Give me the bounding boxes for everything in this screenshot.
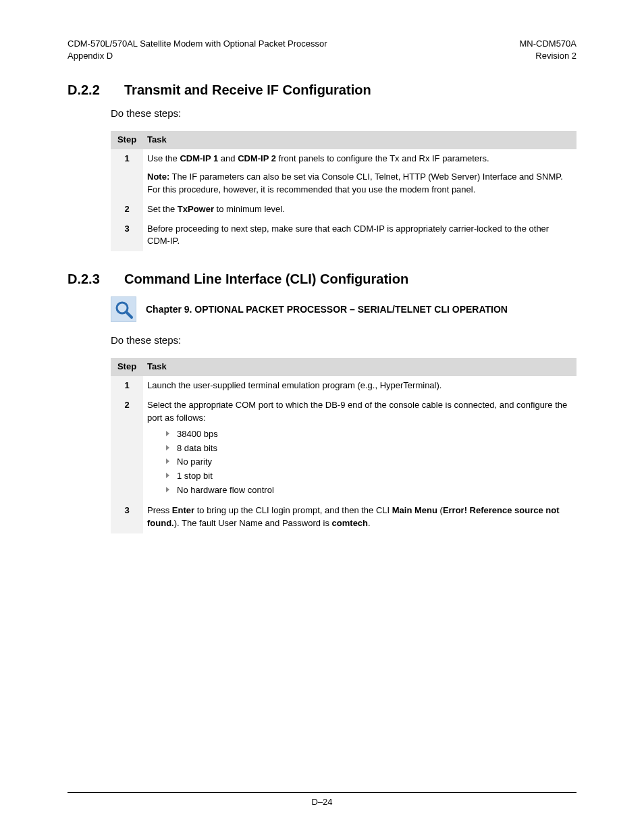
- bold: Main Menu: [392, 505, 437, 515]
- list-item: 1 stop bit: [166, 469, 572, 484]
- bold: CDM-IP 2: [238, 153, 276, 163]
- section-heading-d23: D.2.3 Command Line Interface (CLI) Confi…: [68, 271, 576, 287]
- header-doc-id: MN-CDM570A: [519, 38, 576, 50]
- section1-steps-table: Step Task 1 Use the CDM-IP 1 and CDM-IP …: [111, 131, 576, 251]
- task-cell: Select the appropriate COM port to which…: [143, 396, 576, 501]
- text: Press: [147, 505, 172, 515]
- text: front panels to configure the Tx and Rx …: [276, 153, 489, 163]
- bold: comtech: [332, 518, 368, 528]
- section2-intro: Do these steps:: [111, 334, 576, 346]
- note-text: The IF parameters can also be set via Co…: [147, 172, 563, 194]
- step-num: 3: [111, 219, 143, 252]
- page-footer: D–24: [68, 792, 576, 807]
- header-right: MN-CDM570A Revision 2: [519, 38, 576, 62]
- text: Use the: [147, 153, 180, 163]
- port-settings-list: 38400 bps 8 data bits No parity 1 stop b…: [166, 427, 572, 498]
- callout-text: Chapter 9. OPTIONAL PACKET PROCESSOR – S…: [146, 304, 508, 315]
- col-task: Task: [143, 358, 576, 376]
- text: .: [368, 518, 371, 528]
- step-num: 1: [111, 149, 143, 200]
- table-row: 2 Select the appropriate COM port to whi…: [111, 396, 576, 501]
- task-cell: Launch the user-supplied terminal emulat…: [143, 376, 576, 396]
- task-cell: Press Enter to bring up the CLI login pr…: [143, 501, 576, 533]
- page-header: CDM-570L/570AL Satellite Modem with Opti…: [68, 38, 576, 62]
- step-num: 2: [111, 200, 143, 219]
- col-step: Step: [111, 131, 143, 149]
- bold: TxPower: [178, 204, 214, 214]
- table-row: 2 Set the TxPower to minimum level.: [111, 200, 576, 219]
- page-number: D–24: [311, 797, 332, 807]
- text: and: [218, 153, 238, 163]
- list-item: 38400 bps: [166, 427, 572, 442]
- document-page: CDM-570L/570AL Satellite Modem with Opti…: [0, 0, 644, 834]
- text: to bring up the CLI login prompt, and th…: [194, 505, 392, 515]
- list-item: 8 data bits: [166, 442, 572, 456]
- section-number: D.2.2: [68, 82, 124, 98]
- table-row: 3 Before proceeding to next step, make s…: [111, 219, 576, 252]
- section-title: Command Line Interface (CLI) Configurati…: [124, 271, 408, 287]
- step-num: 1: [111, 376, 143, 396]
- svg-line-1: [126, 312, 132, 317]
- task-cell: Use the CDM-IP 1 and CDM-IP 2 front pane…: [143, 149, 576, 200]
- step-num: 2: [111, 396, 143, 501]
- list-item: No parity: [166, 455, 572, 469]
- section2-steps-table: Step Task 1 Launch the user-supplied ter…: [111, 358, 576, 533]
- text: Select the appropriate COM port to which…: [147, 400, 567, 423]
- list-item: No hardware flow control: [166, 484, 572, 498]
- magnifier-icon: [111, 296, 136, 322]
- section-heading-d22: D.2.2 Transmit and Receive IF Configurat…: [68, 82, 576, 98]
- section-number: D.2.3: [68, 271, 124, 287]
- header-revision: Revision 2: [519, 50, 576, 62]
- callout: Chapter 9. OPTIONAL PACKET PROCESSOR – S…: [111, 296, 576, 322]
- table-row: 1 Use the CDM-IP 1 and CDM-IP 2 front pa…: [111, 149, 576, 200]
- text: Set the: [147, 204, 178, 214]
- task-cell: Set the TxPower to minimum level.: [143, 200, 576, 219]
- header-title-2: Appendix D: [68, 50, 327, 62]
- table-row: 3 Press Enter to bring up the CLI login …: [111, 501, 576, 533]
- task-cell: Before proceeding to next step, make sur…: [143, 219, 576, 252]
- header-title-1: CDM-570L/570AL Satellite Modem with Opti…: [68, 38, 327, 50]
- bold: CDM-IP 1: [180, 153, 218, 163]
- bold: Enter: [172, 505, 194, 515]
- text: ). The fault User Name and Password is: [174, 518, 332, 528]
- col-task: Task: [143, 131, 576, 149]
- step-num: 3: [111, 501, 143, 533]
- col-step: Step: [111, 358, 143, 376]
- header-left: CDM-570L/570AL Satellite Modem with Opti…: [68, 38, 327, 62]
- note-label: Note:: [147, 172, 169, 182]
- table-row: 1 Launch the user-supplied terminal emul…: [111, 376, 576, 396]
- text: to minimum level.: [214, 204, 285, 214]
- section-title: Transmit and Receive IF Configuration: [124, 82, 371, 98]
- section1-intro: Do these steps:: [111, 107, 576, 119]
- text: (: [437, 505, 443, 515]
